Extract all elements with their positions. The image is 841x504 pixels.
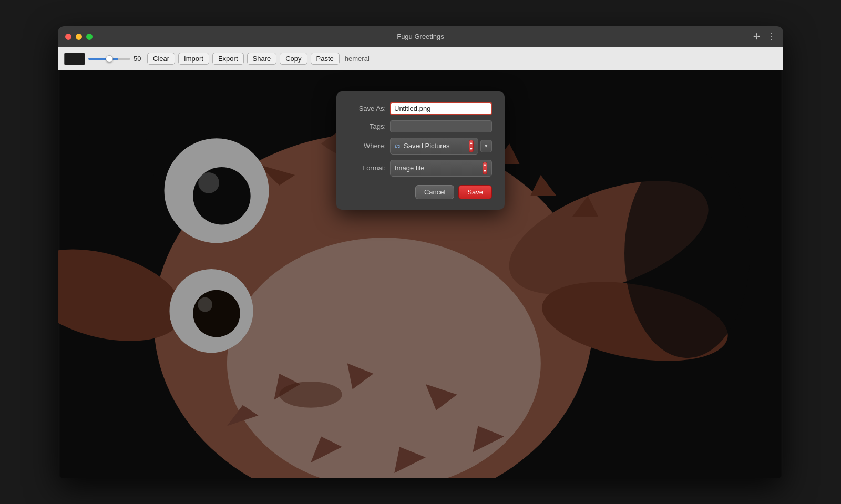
save-as-label: Save As: bbox=[349, 105, 386, 112]
window-title: Fugu Greetings bbox=[397, 33, 444, 40]
title-bar: Fugu Greetings ✢ ⋮ bbox=[58, 26, 783, 47]
tags-row: Tags: bbox=[349, 120, 492, 132]
brush-preview bbox=[64, 53, 85, 65]
import-button[interactable]: Import bbox=[178, 53, 209, 65]
save-dialog: Save As: Tags: Where: 🗂 Saved Pictures bbox=[336, 91, 505, 210]
paste-button[interactable]: Paste bbox=[311, 53, 340, 65]
app-window: Fugu Greetings ✢ ⋮ 50 Clear Import Expor… bbox=[58, 26, 783, 478]
modal-overlay: Save As: Tags: Where: 🗂 Saved Pictures bbox=[58, 70, 783, 478]
save-as-input[interactable] bbox=[390, 102, 492, 115]
where-label: Where: bbox=[349, 142, 386, 150]
format-stepper[interactable]: ▲ ▼ bbox=[483, 162, 487, 174]
export-button[interactable]: Export bbox=[212, 53, 244, 65]
format-select[interactable]: Image file ▲ ▼ bbox=[390, 160, 492, 177]
where-stepper[interactable]: ▲ ▼ bbox=[469, 140, 474, 152]
where-row: Where: 🗂 Saved Pictures ▲ ▼ ▾ bbox=[349, 138, 492, 155]
tags-input[interactable] bbox=[390, 120, 492, 132]
format-stepper-up[interactable]: ▲ bbox=[483, 162, 487, 169]
maximize-button[interactable] bbox=[86, 34, 93, 40]
where-container: 🗂 Saved Pictures ▲ ▼ ▾ bbox=[390, 138, 492, 155]
format-select-text: Image file bbox=[395, 164, 424, 172]
minimize-button[interactable] bbox=[76, 34, 82, 40]
save-button[interactable]: Save bbox=[458, 185, 492, 199]
clear-button[interactable]: Clear bbox=[147, 53, 175, 65]
traffic-lights bbox=[65, 34, 93, 40]
tags-label: Tags: bbox=[349, 122, 386, 130]
stepper-up-icon[interactable]: ▲ bbox=[469, 140, 473, 147]
format-stepper-down[interactable]: ▼ bbox=[483, 168, 487, 174]
share-button[interactable]: Share bbox=[247, 53, 277, 65]
close-button[interactable] bbox=[65, 34, 71, 40]
canvas-area[interactable]: Save As: Tags: Where: 🗂 Saved Pictures bbox=[58, 70, 783, 478]
toolbar: 50 Clear Import Export Share Copy Paste … bbox=[58, 47, 783, 70]
format-label: Format: bbox=[349, 164, 386, 172]
where-select[interactable]: 🗂 Saved Pictures ▲ ▼ bbox=[390, 138, 478, 155]
slider-value: 50 bbox=[134, 55, 144, 63]
dialog-buttons: Cancel Save bbox=[349, 185, 492, 199]
stepper-down-icon[interactable]: ▼ bbox=[469, 146, 473, 152]
title-bar-icons: ✢ ⋮ bbox=[753, 32, 776, 42]
menu-icon[interactable]: ⋮ bbox=[767, 32, 776, 42]
slider-container: 50 bbox=[88, 55, 144, 63]
where-dropdown-button[interactable]: ▾ bbox=[480, 140, 492, 152]
cancel-button[interactable]: Cancel bbox=[415, 185, 454, 199]
copy-button[interactable]: Copy bbox=[280, 53, 307, 65]
format-container: Image file ▲ ▼ bbox=[390, 160, 492, 177]
puzzle-icon[interactable]: ✢ bbox=[753, 32, 760, 42]
brush-size-slider[interactable] bbox=[88, 58, 130, 60]
save-as-row: Save As: bbox=[349, 102, 492, 115]
folder-icon: 🗂 bbox=[395, 143, 401, 149]
ephemeral-label: hemeral bbox=[345, 55, 370, 63]
where-select-text: Saved Pictures bbox=[404, 142, 466, 150]
format-row: Format: Image file ▲ ▼ bbox=[349, 160, 492, 177]
